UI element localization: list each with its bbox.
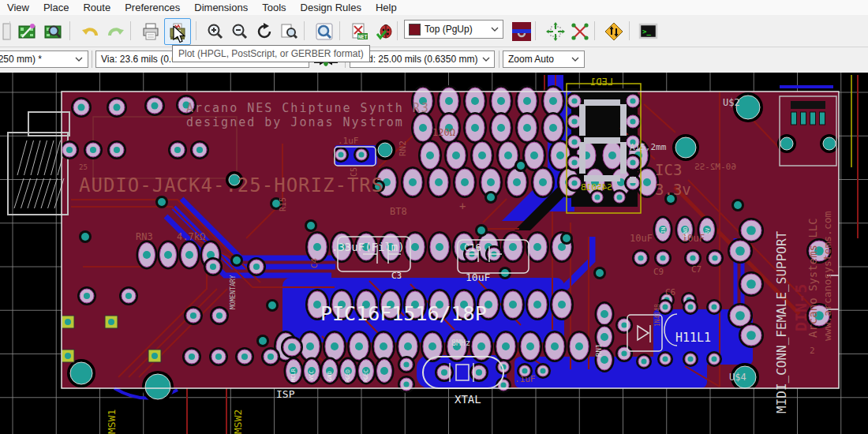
pad-hole: [630, 118, 635, 124]
pad-hole: [571, 159, 577, 165]
pad-hole: [189, 354, 195, 360]
toolbar-separator: [130, 21, 131, 40]
layer-select[interactable]: Top (PgUp): [404, 20, 503, 39]
pad-hole: [630, 98, 635, 103]
zoom-fit-button[interactable]: [276, 19, 301, 44]
pad-hole: [575, 342, 583, 350]
toolbar-separator: [304, 21, 305, 40]
silkscreen-text: S4501B: [581, 182, 612, 193]
pad-hole: [477, 342, 485, 350]
pad-hole: [441, 369, 447, 376]
pad-hole: [556, 152, 564, 159]
toolbar-separator: [397, 21, 398, 40]
silkscreen-text: GND: [683, 226, 689, 237]
menu-tools[interactable]: Tools: [255, 1, 293, 14]
pad-hole: [712, 305, 717, 310]
grid-select[interactable]: Grid: 25.00 mils (0.6350 mm): [350, 51, 495, 68]
silkscreen-text: C4: [309, 257, 320, 268]
pad-hole: [571, 139, 577, 144]
pad-hole: [712, 255, 717, 260]
zoom-out-button[interactable]: [227, 19, 253, 44]
microvia-icon: [512, 22, 531, 41]
silkscreen-text: MSW2: [232, 410, 244, 434]
menu-preferences[interactable]: Preferences: [118, 1, 187, 14]
silkscreen-text: PGED: [345, 369, 351, 383]
pad-hole: [436, 243, 443, 251]
menu-place[interactable]: Place: [36, 1, 77, 14]
clipped-toolbar-button[interactable]: [0, 19, 14, 44]
grid-value: Grid: 25.00 mils (0.6350 mm): [355, 54, 477, 65]
pad-hole: [688, 305, 694, 310]
menu-help[interactable]: Help: [369, 1, 404, 14]
autoroute-diamond-icon: [604, 22, 623, 41]
zoom-in-button[interactable]: [203, 19, 228, 44]
pad-hole: [108, 319, 114, 325]
scripting-console-button[interactable]: >_: [636, 19, 661, 44]
pad-hole: [549, 97, 557, 105]
pad-hole: [380, 367, 388, 375]
pad-hole: [541, 369, 546, 374]
seven-seg-segment: [630, 177, 636, 183]
microvia-button[interactable]: [509, 19, 534, 44]
track-mode-button[interactable]: [567, 19, 593, 44]
seven-seg-segment: [579, 142, 586, 174]
silkscreen-text: C16: [464, 242, 481, 253]
pad-hole: [78, 104, 85, 111]
silkscreen-text: VCC: [309, 370, 315, 380]
pad-hole: [404, 342, 412, 350]
pad-hole: [530, 152, 538, 159]
pad-hole: [359, 152, 365, 158]
pad-hole: [663, 305, 668, 310]
pad-hole: [502, 342, 510, 350]
silkscreen-text: 60-M2-SS: [694, 162, 736, 172]
undo-button[interactable]: [77, 19, 103, 44]
refresh-button[interactable]: [252, 19, 277, 44]
pad-hole: [523, 97, 531, 105]
track-width-select[interactable]: mils (0.250 mm) *: [0, 51, 88, 68]
usb-pad: [820, 112, 825, 125]
menu-design-rules[interactable]: Design Rules: [294, 1, 369, 14]
redo-button[interactable]: [103, 19, 129, 44]
pad-hole: [497, 97, 505, 105]
chevron-down-icon: [70, 57, 83, 62]
silkscreen-text: MCLR: [290, 368, 297, 382]
plot-tooltip-text: Plot (HPGL, PostScript, or GERBER format…: [178, 48, 364, 59]
drc-button[interactable]: [372, 19, 398, 44]
menu-route[interactable]: Route: [76, 1, 118, 14]
pad-hole: [509, 301, 517, 309]
main-toolbar: NET Top (PgUp): [0, 15, 868, 47]
mounting-hole: [70, 362, 92, 384]
pad-hole: [522, 369, 528, 374]
edit-board-button[interactable]: [14, 19, 39, 44]
silkscreen-text: 10uF: [466, 271, 490, 283]
footprint-mode-button[interactable]: [543, 19, 568, 44]
pad-hole: [478, 152, 486, 159]
pad-hole: [746, 226, 756, 235]
pad-hole: [84, 293, 90, 299]
seven-seg-segment: [584, 137, 620, 144]
pad-hole: [419, 124, 427, 132]
menu-view[interactable]: View: [0, 1, 36, 14]
find-footprint-button[interactable]: [40, 19, 65, 44]
menu-dimensions[interactable]: Dimensions: [187, 1, 255, 14]
zoom-select[interactable]: Zoom Auto: [503, 51, 585, 68]
usb-pad: [791, 112, 797, 125]
pad-hole: [571, 180, 577, 185]
zoom-in-icon: [206, 22, 225, 41]
pad-hole: [164, 251, 172, 259]
via: [517, 162, 525, 170]
netlist-button[interactable]: NET: [347, 19, 372, 44]
silkscreen-text: A15,2mm: [630, 142, 667, 152]
mounting-hole: [145, 374, 170, 399]
aux-toolbar: mils (0.250 mm) * Via: 23.6 mils (0.60 G…: [0, 47, 868, 73]
plot-tooltip: Plot (HPGL, PostScript, or GERBER format…: [172, 45, 370, 62]
refresh-icon: [255, 22, 274, 41]
pcb-canvas[interactable]: Arcano NES Chiptune Synth R3designed by …: [0, 73, 868, 434]
find-button[interactable]: [312, 19, 337, 44]
pad-hole: [65, 353, 71, 359]
autoroute-button[interactable]: [601, 19, 627, 44]
silkscreen-text: U$2: [723, 97, 740, 108]
pad-hole: [428, 342, 436, 350]
print-button[interactable]: [138, 19, 163, 44]
pad-hole: [216, 312, 223, 319]
